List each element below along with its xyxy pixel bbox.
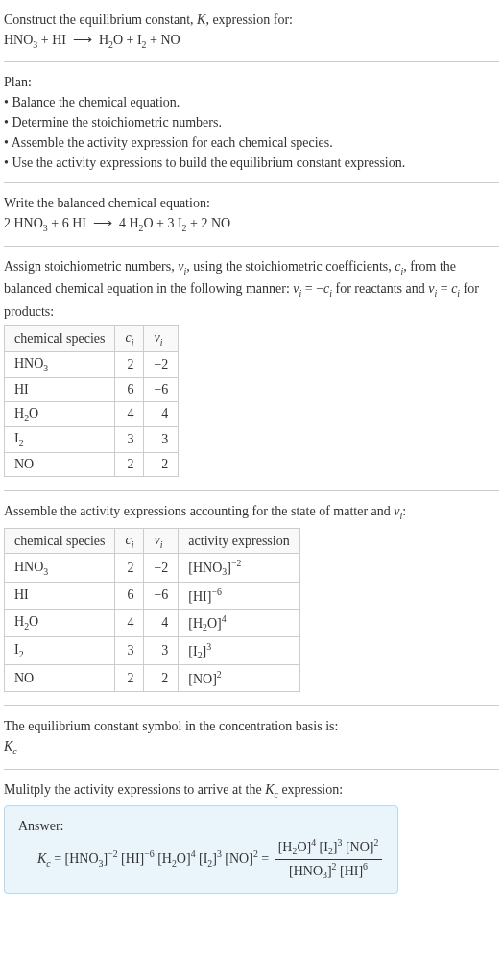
cell-c: 3 [115,636,144,664]
answer-expression: Kc = [HNO3]−2 [HI]−6 [H2O]4 [I2]3 [NO]2 … [18,836,384,883]
final-section: Mulitply the activity expressions to arr… [4,776,499,898]
col-species: chemical species [5,325,115,351]
cell-species: HNO3 [5,351,115,377]
cell-species: NO [5,453,115,477]
cell-species: I2 [5,427,115,453]
cell-v: −6 [144,582,179,609]
plan-step: • Balance the chemical equation. [4,92,499,112]
cell-species: I2 [5,636,115,664]
table-row: H2O44[H2O]4 [5,609,300,636]
col-species: chemical species [5,528,115,554]
col-c: ci [115,325,144,351]
plan-step: • Determine the stoichiometric numbers. [4,112,499,132]
cell-expr: [HNO3]−2 [179,554,299,582]
cell-c: 2 [115,351,144,377]
symbol-value: Kc [4,736,499,758]
table-header-row: chemical species ci νi activity expressi… [5,528,300,554]
cell-expr: [H2O]4 [179,609,299,636]
cell-c: 3 [115,427,144,453]
final-intro: Mulitply the activity expressions to arr… [4,779,499,801]
fraction: [H2O]4 [I2]3 [NO]2 [HNO3]2 [HI]6 [275,836,383,883]
table-row: HI6−6 [5,377,179,401]
divider [4,182,499,183]
stoich-intro: Assign stoichiometric numbers, νi, using… [4,256,499,322]
cell-species: HI [5,377,115,401]
answer-label: Answer: [18,816,384,836]
divider [4,61,499,62]
cell-expr: [I2]3 [179,636,299,664]
table-row: HI6−6[HI]−6 [5,582,300,609]
symbol-text: The equilibrium constant symbol in the c… [4,716,499,736]
fraction-numerator: [H2O]4 [I2]3 [NO]2 [275,836,383,859]
prompt-text: Construct the equilibrium constant, K, e… [4,10,499,30]
col-c: ci [115,528,144,554]
plan-step: • Use the activity expressions to build … [4,153,499,173]
divider [4,490,499,491]
cell-v: 3 [144,427,179,453]
activity-intro: Assemble the activity expressions accoun… [4,501,499,523]
cell-species: HI [5,582,115,609]
table-row: NO22 [5,453,179,477]
cell-v: −2 [144,351,179,377]
cell-c: 4 [115,609,144,636]
balanced-section: Write the balanced chemical equation: 2 … [4,189,499,239]
activity-section: Assemble the activity expressions accoun… [4,497,499,700]
plan-section: Plan: • Balance the chemical equation. •… [4,68,499,177]
divider [4,769,499,770]
cell-c: 4 [115,401,144,427]
cell-v: −6 [144,377,179,401]
plan-step: • Assemble the activity expression for e… [4,132,499,153]
table-header-row: chemical species ci νi [5,325,179,351]
cell-species: H2O [5,609,115,636]
stoich-section: Assign stoichiometric numbers, νi, using… [4,252,499,485]
problem-header: Construct the equilibrium constant, K, e… [4,6,499,56]
cell-species: HNO3 [5,554,115,582]
cell-c: 6 [115,582,144,609]
table-row: I233 [5,427,179,453]
table-row: H2O44 [5,401,179,427]
col-v: νi [144,528,179,554]
balanced-title: Write the balanced chemical equation: [4,193,499,213]
table-row: HNO32−2 [5,351,179,377]
cell-c: 2 [115,665,144,692]
col-v: νi [144,325,179,351]
table-row: I233[I2]3 [5,636,300,664]
plan-title: Plan: [4,72,499,92]
activity-table: chemical species ci νi activity expressi… [4,528,300,692]
unbalanced-equation: HNO3 + HI ⟶ H2O + I2 + NO [4,30,499,52]
cell-c: 2 [115,453,144,477]
cell-v: 4 [144,609,179,636]
cell-v: 2 [144,665,179,692]
divider [4,705,499,706]
cell-species: NO [5,665,115,692]
cell-c: 2 [115,554,144,582]
fraction-denominator: [HNO3]2 [HI]6 [275,859,383,883]
answer-box: Answer: Kc = [HNO3]−2 [HI]−6 [H2O]4 [I2]… [4,805,398,894]
divider [4,246,499,247]
table-row: HNO32−2[HNO3]−2 [5,554,300,582]
cell-v: −2 [144,554,179,582]
symbol-section: The equilibrium constant symbol in the c… [4,712,499,762]
cell-expr: [HI]−6 [179,582,299,609]
cell-expr: [NO]2 [179,665,299,692]
balanced-equation: 2 HNO3 + 6 HI ⟶ 4 H2O + 3 I2 + 2 NO [4,213,499,235]
cell-v: 3 [144,636,179,664]
cell-v: 2 [144,453,179,477]
cell-species: H2O [5,401,115,427]
col-expr: activity expression [179,528,299,554]
cell-c: 6 [115,377,144,401]
table-row: NO22[NO]2 [5,665,300,692]
cell-v: 4 [144,401,179,427]
stoich-table: chemical species ci νi HNO32−2 HI6−6 H2O… [4,325,179,477]
